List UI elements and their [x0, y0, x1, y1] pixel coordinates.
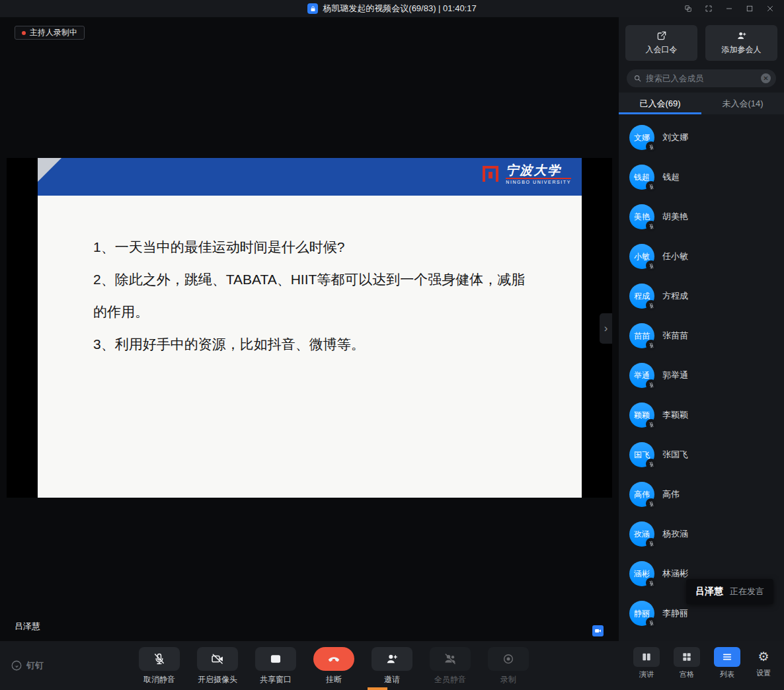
share-window-button[interactable]: 共享窗口 — [255, 647, 296, 685]
mic-muted-badge-icon — [646, 578, 656, 588]
avatar: 涵彬 — [629, 561, 654, 586]
invite-button[interactable]: 邀请 — [372, 647, 412, 685]
avatar-initials: 文娜 — [634, 132, 650, 143]
mic-muted-icon — [139, 647, 180, 671]
presenter-view-icon — [633, 647, 660, 667]
slide-text-line: 的作用。 — [93, 303, 555, 321]
list-item[interactable]: 文娜 刘文娜 — [629, 118, 784, 157]
slide-text-line: 1、一天当中的最佳运动时间是什么时候? — [93, 238, 555, 256]
meeting-window: 杨凯璐发起的视频会议(69/83) | 01:40:17 主持人录制中 — [0, 0, 784, 690]
view-presenter-button[interactable]: 演讲 — [631, 647, 662, 679]
record-icon — [488, 647, 529, 671]
invite-label: 邀请 — [384, 674, 400, 685]
member-search: ✕ — [627, 69, 776, 87]
avatar-initials: 涵彬 — [634, 568, 650, 580]
meeting-toolbar: 钉钉 取消静音 开启摄像头 共享窗口 挂断 邀请 — [0, 641, 784, 690]
avatar: 美艳 — [629, 204, 654, 229]
unmute-button[interactable]: 取消静音 — [139, 647, 180, 685]
mic-muted-badge-icon — [646, 300, 656, 311]
meeting-code-button[interactable]: 入会口令 — [625, 25, 697, 61]
external-link-icon — [656, 30, 667, 41]
hangup-button[interactable]: 挂断 — [313, 647, 354, 685]
camera-on-button[interactable]: 开启摄像头 — [197, 647, 238, 685]
speaking-tooltip: 吕泽慧 正在发言 — [686, 579, 773, 604]
avatar-initials: 孜涵 — [634, 529, 650, 540]
tab-joined[interactable]: 已入会(69) — [619, 93, 701, 114]
sidebar-collapse-chevron-icon[interactable]: › — [600, 313, 612, 344]
settings-label: 设置 — [756, 668, 771, 678]
mute-all-button[interactable]: 全员静音 — [430, 647, 471, 685]
popout-icon[interactable] — [681, 2, 695, 15]
presenter-view-label: 演讲 — [639, 670, 654, 679]
avatar-initials: 静丽 — [634, 608, 650, 619]
member-name: 郭举通 — [662, 369, 688, 381]
list-item[interactable]: 程成 方程成 — [629, 276, 784, 316]
hangup-label: 挂断 — [326, 674, 342, 685]
list-item[interactable]: 苗苗 张苗苗 — [629, 316, 784, 356]
fullscreen-icon[interactable] — [701, 2, 716, 15]
grid-view-label: 宫格 — [680, 670, 694, 679]
slide-body: 1、一天当中的最佳运动时间是什么时候? 2、除此之外，跳绳、TABATA、HII… — [38, 196, 582, 354]
mic-muted-badge-icon — [646, 221, 656, 231]
slide-text-line: 2、除此之外，跳绳、TABATA、HIIT等都可以达到一个强身健体，减脂 — [93, 270, 555, 289]
list-item[interactable]: 举通 郭举通 — [629, 356, 784, 395]
hangup-phone-icon — [313, 647, 354, 671]
camera-on-label: 开启摄像头 — [198, 674, 237, 685]
add-participant-label: 添加参会人 — [722, 44, 762, 56]
slide-text-line: 3、利用好手中的资源，比如抖音、微博等。 — [93, 335, 555, 354]
view-list-button[interactable]: 列表 — [712, 647, 742, 679]
member-name: 刘文娜 — [662, 132, 688, 143]
meeting-code-label: 入会口令 — [646, 44, 678, 56]
avatar: 文娜 — [629, 125, 654, 150]
record-button[interactable]: 录制 — [488, 647, 529, 685]
mic-muted-badge-icon — [646, 617, 656, 628]
mic-muted-badge-icon — [646, 379, 656, 390]
mic-muted-badge-icon — [646, 181, 656, 192]
list-item[interactable]: 国飞 张国飞 — [629, 435, 784, 475]
settings-button[interactable]: ⚙ 设置 — [752, 647, 775, 678]
close-icon[interactable] — [763, 2, 777, 15]
list-item[interactable]: 颖颖 李颖颖 — [629, 395, 784, 435]
maximize-icon[interactable] — [742, 2, 757, 15]
avatar-initials: 钱超 — [634, 172, 650, 183]
search-input[interactable] — [646, 74, 757, 83]
avatar: 孜涵 — [629, 521, 654, 547]
mute-all-icon — [430, 647, 471, 671]
list-item[interactable]: 孜涵 杨孜涵 — [629, 514, 784, 554]
unmute-label: 取消静音 — [143, 674, 175, 685]
list-item[interactable]: 美艳 胡美艳 — [629, 197, 784, 237]
mic-muted-badge-icon — [646, 459, 656, 469]
avatar: 高伟 — [629, 482, 654, 507]
member-name: 胡美艳 — [662, 211, 688, 223]
avatar-initials: 小敏 — [634, 251, 650, 262]
user-plus-icon — [736, 30, 747, 41]
list-item[interactable]: 高伟 高伟 — [629, 475, 784, 514]
view-grid-button[interactable]: 宫格 — [672, 647, 702, 679]
minimize-icon[interactable] — [722, 2, 736, 15]
member-name: 张苗苗 — [662, 330, 688, 342]
add-participant-button[interactable]: 添加参会人 — [705, 25, 777, 61]
avatar-initials: 国飞 — [634, 449, 650, 461]
window-title: 杨凯璐发起的视频会议(69/83) | 01:40:17 — [323, 3, 476, 15]
participant-tabs: 已入会(69) 未入会(14) — [619, 93, 784, 114]
list-item[interactable]: 钱超 钱超 — [629, 157, 784, 197]
list-item[interactable]: 小敏 任小敏 — [629, 237, 784, 276]
camera-on-indicator-icon — [592, 625, 604, 636]
search-icon — [633, 74, 642, 83]
dingtalk-brand: 钉钉 — [11, 641, 44, 690]
avatar: 静丽 — [629, 601, 654, 626]
avatar: 举通 — [629, 363, 654, 388]
member-name: 高伟 — [662, 488, 680, 500]
dingtalk-logo-icon — [11, 660, 22, 671]
avatar: 钱超 — [629, 165, 654, 190]
tab-not-joined[interactable]: 未入会(14) — [701, 93, 784, 114]
recording-badge: 主持人录制中 — [15, 26, 85, 40]
search-clear-icon[interactable]: ✕ — [761, 73, 771, 83]
avatar-initials: 苗苗 — [634, 330, 650, 342]
toolbar-view-buttons: 演讲 宫格 列表 ⚙ 设置 — [631, 647, 775, 679]
dingtalk-brand-label: 钉钉 — [26, 660, 44, 671]
mic-muted-badge-icon — [646, 419, 656, 430]
avatar: 苗苗 — [629, 323, 654, 348]
avatar: 颖颖 — [629, 402, 654, 428]
list-view-label: 列表 — [720, 670, 734, 679]
